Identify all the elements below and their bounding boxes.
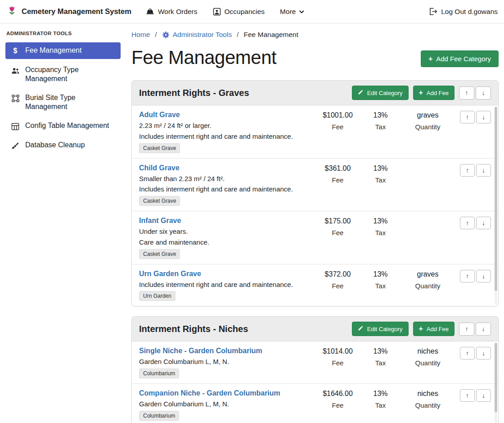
edit-category-label: Edit Category [367, 326, 403, 332]
sidebar-item-label: Burial Site Type Management [25, 93, 116, 111]
fee-name-link[interactable]: Child Grave [139, 164, 180, 172]
fee-amount-label: Fee [314, 401, 361, 409]
fee-description: 2.23 m² / 24 ft² or larger. [139, 122, 310, 130]
move-category-down-button[interactable]: ↓ [476, 86, 491, 100]
fee-name-link[interactable]: Companion Niche - Garden Columbarium [139, 389, 280, 397]
fee-type-badge: Casket Grave [139, 143, 180, 153]
breadcrumb-separator: / [237, 31, 238, 39]
category-fee-list: Adult Grave 2.23 m² / 24 ft² or larger. … [132, 105, 498, 306]
add-fee-category-button[interactable]: + Add Fee Category [421, 50, 499, 67]
users-icon [10, 65, 21, 75]
fee-reorder-controls: ↑ ↓ [456, 347, 491, 359]
add-fee-button[interactable]: + Add Fee [413, 322, 455, 336]
fee-description: Includes interment right and care and ma… [139, 132, 310, 141]
fee-amount: $1001.00 [314, 111, 361, 119]
move-category-up-button[interactable]: ↑ [459, 86, 474, 100]
move-fee-up-button[interactable]: ↑ [460, 270, 475, 282]
fee-amount: $175.00 [314, 217, 361, 225]
breadcrumb: Home / Administrator Tools / Fee Managem… [131, 31, 499, 39]
arrow-up-icon: ↑ [466, 273, 469, 280]
tax-column: 13% Tax [361, 389, 400, 409]
occupancy-icon [213, 8, 221, 16]
nav-more[interactable]: More [280, 8, 304, 16]
breadcrumb-home-link[interactable]: Home [131, 31, 150, 39]
move-fee-up-button[interactable]: ↑ [460, 164, 475, 177]
sidebar-item-database-cleanup[interactable]: Database Cleanup [5, 137, 121, 154]
fee-name-link[interactable]: Single Niche - Garden Columbarium [139, 347, 262, 355]
move-category-down-button[interactable]: ↓ [476, 323, 491, 336]
sidebar-item-burial-site-type-management[interactable]: Burial Site Type Management [5, 90, 121, 115]
tax-label: Tax [361, 282, 400, 290]
tax-label: Tax [361, 123, 400, 131]
fee-name-link[interactable]: Infant Grave [139, 217, 181, 225]
move-fee-up-button[interactable]: ↑ [460, 347, 475, 359]
quantity-label: Quantity [400, 359, 456, 367]
sidebar-item-config-table-management[interactable]: Config Table Management [5, 118, 121, 134]
tax-value: 13% [361, 270, 400, 278]
tax-label: Tax [361, 176, 400, 184]
fee-type-badge: Columbarium [139, 411, 179, 421]
fee-name-link[interactable]: Urn Garden Grave [139, 270, 201, 278]
sidebar-item-occupancy-type-management[interactable]: Occupancy Type Management [5, 62, 121, 87]
move-fee-down-button[interactable]: ↓ [476, 389, 491, 402]
fee-description: Includes interment right and care and ma… [139, 185, 310, 194]
move-fee-down-button[interactable]: ↓ [476, 111, 491, 123]
move-fee-down-button[interactable]: ↓ [476, 217, 491, 229]
card-scrollbar-thumb[interactable] [495, 343, 497, 412]
sidebar-item-fee-management[interactable]: $ Fee Management [5, 42, 121, 59]
fee-reorder-controls: ↑ ↓ [456, 389, 491, 402]
fee-info: Child Grave Smaller than 2.23 m² / 24 ft… [139, 164, 314, 206]
move-fee-down-button[interactable]: ↓ [476, 164, 491, 177]
hard-hat-icon [146, 8, 154, 15]
card-scrollbar[interactable] [495, 107, 497, 305]
fee-reorder-controls: ↑ ↓ [456, 217, 491, 229]
edit-category-button[interactable]: Edit Category [352, 322, 409, 336]
tax-value: 13% [361, 347, 400, 355]
move-fee-down-button[interactable]: ↓ [476, 347, 491, 359]
add-fee-label: Add Fee [427, 326, 449, 332]
app-brand[interactable]: Cemetery Management System [6, 5, 131, 18]
sidebar-item-label: Occupancy Type Management [25, 65, 116, 83]
breadcrumb-admin-tools-link[interactable]: Administrator Tools [162, 31, 232, 39]
nav-occupancies-label: Occupancies [225, 8, 265, 16]
fee-type-badge: Columbarium [139, 368, 179, 378]
fee-info: Companion Niche - Garden Columbarium Gar… [139, 389, 314, 421]
logout-button[interactable]: Log Out d.gowans [429, 8, 498, 16]
move-fee-up-button[interactable]: ↑ [460, 217, 475, 229]
card-scrollbar-thumb[interactable] [495, 107, 497, 291]
arrow-up-icon: ↑ [466, 350, 469, 357]
arrow-up-icon: ↑ [465, 89, 468, 96]
quantity-column [400, 217, 456, 217]
edit-category-button[interactable]: Edit Category [352, 86, 409, 100]
move-fee-down-button[interactable]: ↓ [476, 270, 491, 282]
chevron-down-icon [299, 10, 304, 14]
fee-amount-column: $1646.00 Fee [314, 389, 361, 409]
move-fee-up-button[interactable]: ↑ [460, 111, 475, 123]
tulip-logo-icon [6, 5, 18, 18]
quantity-value: graves [400, 111, 456, 119]
fee-info: Single Niche - Garden Columbarium Garden… [139, 347, 314, 378]
fee-amount: $1014.00 [314, 347, 361, 355]
fee-amount-label: Fee [314, 229, 361, 237]
tax-label: Tax [361, 229, 400, 237]
gear-icon [162, 31, 170, 39]
move-fee-up-button[interactable]: ↑ [460, 389, 475, 402]
tax-value: 13% [361, 217, 400, 225]
nav-occupancies[interactable]: Occupancies [213, 8, 265, 16]
pencil-icon [358, 89, 364, 96]
fee-amount-label: Fee [314, 123, 361, 131]
breadcrumb-separator: / [155, 31, 157, 39]
fee-description: Smaller than 2.23 m² / 24 ft². [139, 175, 310, 183]
card-scrollbar[interactable] [495, 343, 497, 423]
fee-name-link[interactable]: Adult Grave [139, 111, 180, 119]
sidebar-heading: ADMINISTRATOR TOOLS [6, 31, 120, 36]
add-fee-button[interactable]: + Add Fee [413, 86, 455, 100]
nav-work-orders[interactable]: Work Orders [146, 8, 198, 16]
nav-work-orders-label: Work Orders [158, 8, 198, 16]
main-content: Home / Administrator Tools / Fee Managem… [126, 23, 504, 423]
arrow-down-icon: ↓ [482, 167, 485, 174]
arrow-up-icon: ↑ [466, 392, 469, 399]
move-category-up-button[interactable]: ↑ [459, 323, 474, 336]
dollar-icon: $ [10, 46, 21, 55]
tax-column: 13% Tax [361, 270, 400, 290]
